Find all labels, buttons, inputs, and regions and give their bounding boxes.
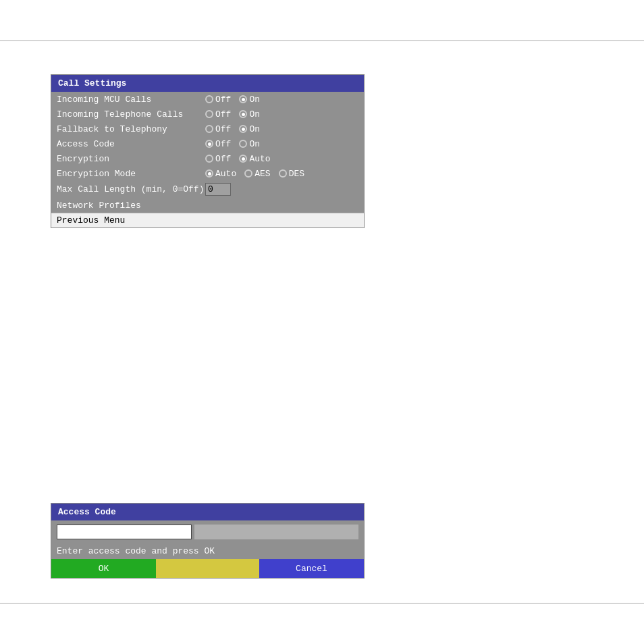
call-settings-body: Incoming MCU Calls Off On Incoming Telep… (51, 92, 364, 227)
call-settings-panel: Call Settings Incoming MCU Calls Off On … (51, 74, 365, 228)
top-divider (0, 41, 644, 41)
encryption-mode-controls: Auto AES DES (205, 169, 304, 179)
encryption-auto-radio[interactable] (239, 155, 247, 163)
encryption-mode-des[interactable]: DES (279, 169, 304, 179)
access-code-on[interactable]: On (239, 139, 260, 149)
access-code-cancel-button[interactable]: Cancel (259, 559, 364, 578)
encryption-auto[interactable]: Auto (239, 154, 270, 164)
incoming-mcu-off-radio[interactable] (205, 95, 213, 103)
access-code-dialog-title: Access Code (58, 507, 116, 517)
access-code-dialog: Access Code Enter access code and press … (51, 503, 365, 579)
max-call-length-label: Max Call Length (min, 0=Off) (57, 184, 205, 194)
fallback-telephony-off-radio[interactable] (205, 125, 213, 133)
encryption-controls: Off Auto (205, 154, 271, 164)
network-profiles-row[interactable]: Network Profiles (51, 198, 364, 213)
fallback-telephony-controls: Off On (205, 124, 260, 134)
encryption-mode-row: Encryption Mode Auto AES DES (51, 166, 364, 181)
incoming-mcu-row: Incoming MCU Calls Off On (51, 92, 364, 107)
encryption-row: Encryption Off Auto (51, 151, 364, 166)
incoming-telephone-controls: Off On (205, 109, 260, 119)
access-code-input-row (51, 520, 364, 543)
encryption-off[interactable]: Off (205, 154, 231, 164)
encryption-off-radio[interactable] (205, 155, 213, 163)
access-code-input-spacer (194, 525, 358, 539)
incoming-mcu-on-radio[interactable] (239, 95, 247, 103)
incoming-mcu-label: Incoming MCU Calls (57, 95, 205, 105)
access-code-off-radio[interactable] (205, 140, 213, 148)
encryption-mode-aes-radio[interactable] (244, 169, 252, 178)
dialog-spacer (156, 559, 259, 578)
encryption-label: Encryption (57, 154, 205, 164)
incoming-mcu-off[interactable]: Off (205, 95, 231, 105)
encryption-mode-auto[interactable]: Auto (205, 169, 236, 179)
access-code-row: Access Code Off On (51, 136, 364, 151)
encryption-mode-aes[interactable]: AES (244, 169, 270, 179)
access-code-buttons-row: OK Cancel (51, 559, 364, 578)
access-code-on-radio[interactable] (239, 140, 247, 148)
bottom-divider (0, 603, 644, 603)
incoming-mcu-on[interactable]: On (239, 95, 260, 105)
fallback-telephony-on[interactable]: On (239, 124, 260, 134)
incoming-telephone-off-radio[interactable] (205, 110, 213, 118)
access-code-text-input[interactable] (57, 525, 192, 539)
cancel-label: Cancel (296, 564, 327, 574)
encryption-mode-des-radio[interactable] (279, 169, 287, 178)
network-profiles-label: Network Profiles (57, 200, 141, 211)
fallback-telephony-off[interactable]: Off (205, 124, 231, 134)
incoming-telephone-on-radio[interactable] (239, 110, 247, 118)
max-call-length-input[interactable] (205, 183, 231, 196)
incoming-telephone-on[interactable]: On (239, 109, 260, 119)
encryption-mode-auto-radio[interactable] (205, 169, 213, 178)
fallback-telephony-label: Fallback to Telephony (57, 124, 205, 134)
previous-menu-label: Previous Menu (57, 215, 125, 225)
incoming-telephone-row: Incoming Telephone Calls Off On (51, 107, 364, 122)
access-code-ok-button[interactable]: OK (51, 559, 156, 578)
encryption-mode-label: Encryption Mode (57, 169, 205, 179)
call-settings-title: Call Settings (58, 78, 126, 88)
max-call-length-row: Max Call Length (min, 0=Off) (51, 181, 364, 198)
fallback-telephony-row: Fallback to Telephony Off On (51, 122, 364, 136)
incoming-telephone-label: Incoming Telephone Calls (57, 109, 205, 119)
previous-menu-row[interactable]: Previous Menu (51, 213, 364, 227)
call-settings-header: Call Settings (51, 75, 364, 92)
access-code-label: Access Code (57, 139, 205, 149)
access-code-dialog-body: Enter access code and press OK OK Cancel (51, 520, 364, 578)
access-code-dialog-header: Access Code (51, 504, 364, 520)
access-code-message-row: Enter access code and press OK (51, 543, 364, 559)
access-code-message: Enter access code and press OK (57, 546, 215, 556)
incoming-telephone-off[interactable]: Off (205, 109, 231, 119)
access-code-controls: Off On (205, 139, 260, 149)
fallback-telephony-on-radio[interactable] (239, 125, 247, 133)
incoming-mcu-controls: Off On (205, 95, 260, 105)
access-code-off[interactable]: Off (205, 139, 231, 149)
ok-label: OK (99, 564, 109, 574)
